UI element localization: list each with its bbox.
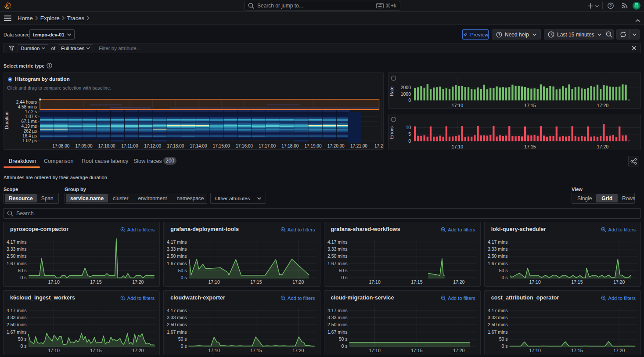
svg-text:17:08:00: 17:08:00: [52, 144, 69, 148]
svg-text:1.67 mins: 1.67 mins: [167, 329, 187, 335]
svg-text:4.17 mins: 4.17 mins: [7, 308, 27, 313]
svg-text:0: 0: [408, 138, 411, 144]
svg-text:3.33 mins: 3.33 mins: [167, 315, 187, 320]
svg-text:3.33 mins: 3.33 mins: [327, 246, 347, 252]
svg-text:17:20: 17:20: [132, 348, 144, 353]
svg-text:4.17 mins: 4.17 mins: [327, 239, 347, 245]
svg-text:17:10: 17:10: [369, 348, 380, 353]
svg-text:?: ?: [609, 4, 612, 8]
svg-text:17:10: 17:10: [529, 279, 540, 285]
svg-text:17:18:00: 17:18:00: [281, 144, 299, 148]
svg-text:0 s: 0 s: [181, 275, 187, 280]
svg-text:1.67 mins: 1.67 mins: [7, 261, 27, 266]
svg-text:4.17 mins: 4.17 mins: [167, 308, 187, 313]
svg-text:50 s: 50 s: [178, 268, 187, 273]
svg-text:1.67 mins: 1.67 mins: [327, 329, 347, 335]
svg-text:0: 0: [408, 97, 411, 103]
svg-text:?: ?: [498, 32, 500, 37]
svg-text:4.19 ms: 4.19 ms: [21, 124, 37, 129]
svg-text:2.50 mins: 2.50 mins: [488, 322, 508, 327]
svg-text:17:20: 17:20: [613, 279, 625, 285]
svg-text:3.33 mins: 3.33 mins: [7, 315, 27, 320]
svg-text:16.4 µs: 16.4 µs: [22, 133, 37, 138]
svg-text:17:10: 17:10: [369, 279, 380, 285]
svg-text:4.17 mins: 4.17 mins: [488, 239, 508, 245]
svg-text:17:10: 17:10: [529, 348, 540, 353]
svg-text:17:15: 17:15: [411, 279, 422, 285]
svg-text:17:22:0: 17:22:0: [374, 144, 384, 148]
svg-text:17:20: 17:20: [597, 144, 608, 149]
svg-text:17:15: 17:15: [90, 279, 101, 285]
svg-text:17:10:00: 17:10:00: [98, 144, 115, 148]
svg-text:17:20: 17:20: [292, 348, 304, 353]
svg-text:17:15: 17:15: [571, 348, 583, 353]
svg-text:4.17 mins: 4.17 mins: [7, 239, 27, 245]
svg-text:17:20: 17:20: [132, 279, 144, 285]
svg-text:3.33 mins: 3.33 mins: [488, 315, 508, 320]
svg-text:50 s: 50 s: [178, 336, 187, 342]
svg-text:17:09:00: 17:09:00: [76, 144, 93, 148]
svg-text:0 s: 0 s: [501, 275, 507, 280]
svg-text:3.33 mins: 3.33 mins: [327, 315, 347, 320]
svg-text:2000: 2000: [401, 85, 411, 90]
svg-text:1.07 s: 1.07 s: [25, 114, 37, 119]
svg-text:50 s: 50 s: [338, 268, 347, 273]
svg-text:3.33 mins: 3.33 mins: [7, 246, 27, 252]
svg-text:4.17 mins: 4.17 mins: [488, 308, 508, 313]
svg-text:262 µs: 262 µs: [24, 129, 37, 133]
svg-text:17:15: 17:15: [524, 103, 536, 108]
svg-text:17:10: 17:10: [209, 348, 220, 353]
svg-text:3.33 mins: 3.33 mins: [167, 246, 187, 252]
svg-text:1.67 mins: 1.67 mins: [327, 261, 347, 266]
svg-text:4.17 mins: 4.17 mins: [327, 308, 347, 313]
svg-text:0 s: 0 s: [341, 343, 347, 349]
svg-text:17:10: 17:10: [452, 144, 463, 149]
svg-text:17:21:00: 17:21:00: [350, 144, 367, 148]
svg-text:17:11:00: 17:11:00: [121, 144, 138, 148]
svg-text:10: 10: [406, 125, 411, 130]
svg-text:2.50 mins: 2.50 mins: [167, 322, 187, 327]
svg-text:17:10: 17:10: [48, 348, 59, 353]
svg-text:1000: 1000: [401, 91, 411, 97]
svg-text:2.50 mins: 2.50 mins: [327, 322, 347, 327]
svg-text:17:17:00: 17:17:00: [259, 144, 276, 148]
svg-text:4.17 mins: 4.17 mins: [167, 239, 187, 245]
svg-text:2.50 mins: 2.50 mins: [7, 253, 27, 259]
svg-text:17:14:00: 17:14:00: [190, 144, 207, 148]
svg-text:17:15:00: 17:15:00: [213, 144, 230, 148]
svg-text:17:19:00: 17:19:00: [305, 144, 322, 148]
svg-text:Errors: Errors: [389, 126, 394, 139]
svg-text:17:16:00: 17:16:00: [236, 144, 253, 148]
svg-text:17:15: 17:15: [251, 279, 262, 285]
svg-text:17:20: 17:20: [597, 103, 608, 108]
svg-text:17:20: 17:20: [613, 348, 625, 353]
svg-text:2.50 mins: 2.50 mins: [327, 253, 347, 259]
svg-text:0 s: 0 s: [341, 275, 347, 280]
svg-text:1.67 mins: 1.67 mins: [167, 261, 187, 266]
svg-text:17:20:00: 17:20:00: [327, 144, 345, 148]
svg-text:17:15: 17:15: [571, 279, 583, 285]
svg-text:Duration: Duration: [4, 112, 9, 129]
svg-text:17:20: 17:20: [453, 279, 464, 285]
svg-text:17:15: 17:15: [90, 348, 101, 353]
svg-text:0 s: 0 s: [181, 343, 187, 349]
svg-text:3.33 mins: 3.33 mins: [488, 246, 508, 252]
svg-text:5: 5: [408, 131, 411, 137]
svg-text:Rate: Rate: [389, 87, 394, 96]
svg-text:17:15: 17:15: [251, 348, 262, 353]
svg-text:50 s: 50 s: [338, 336, 347, 342]
svg-text:1.67 mins: 1.67 mins: [488, 261, 508, 266]
svg-text:67.1 ms: 67.1 ms: [21, 119, 37, 124]
svg-text:2.50 mins: 2.50 mins: [488, 253, 508, 259]
svg-text:1.67 mins: 1.67 mins: [7, 329, 27, 335]
svg-text:17:15: 17:15: [524, 144, 536, 149]
svg-text:50 s: 50 s: [18, 336, 27, 342]
svg-text:4.58 mins: 4.58 mins: [18, 105, 37, 109]
svg-text:2.50 mins: 2.50 mins: [7, 322, 27, 327]
svg-text:0 s: 0 s: [20, 275, 26, 280]
svg-text:50 s: 50 s: [499, 336, 507, 342]
svg-text:17:20: 17:20: [453, 348, 464, 353]
svg-text:17:20: 17:20: [292, 279, 304, 285]
svg-text:1.02 µs: 1.02 µs: [22, 138, 37, 143]
svg-text:17.2 s: 17.2 s: [25, 109, 37, 114]
